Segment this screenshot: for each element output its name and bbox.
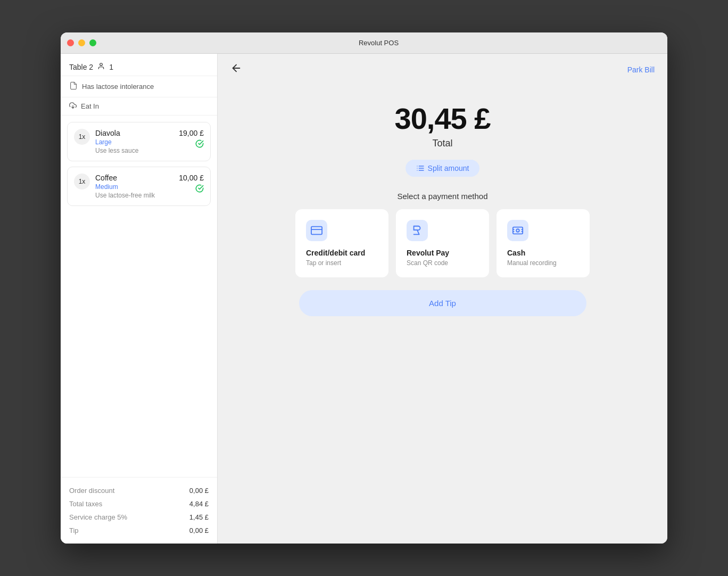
minimize-button[interactable] (78, 39, 85, 46)
eat-in-row: Eat In (61, 97, 217, 116)
payment-method-name: Credit/debit card (306, 249, 378, 257)
summary-row: Order discount 0,00 £ (69, 484, 209, 497)
payment-method-name: Revolut Pay (407, 249, 478, 257)
payment-methods: Credit/debit card Tap or insert Revolut … (228, 209, 657, 277)
table-info: Table 2 1 (69, 62, 209, 71)
item-note: Use less sauce (95, 147, 138, 154)
person-icon (97, 62, 105, 71)
notice-text: Has lactose intolerance (82, 83, 154, 90)
summary-label: Total taxes (69, 500, 102, 508)
back-button[interactable] (230, 62, 242, 77)
payment-method-sub: Manual recording (507, 259, 579, 267)
cash-icon (507, 220, 528, 241)
svg-rect-9 (311, 227, 322, 235)
item-name: Diavola (95, 129, 138, 137)
right-panel: Park Bill 30,45 £ Total Split amount (218, 54, 667, 544)
payment-method-sub: Scan QR code (407, 259, 478, 267)
item-price: 10,00 £ (179, 174, 204, 182)
summary-row: Service charge 5% 1,45 £ (69, 511, 209, 524)
add-tip-button[interactable]: Add Tip (299, 290, 586, 316)
summary-label: Tip (69, 526, 79, 534)
titlebar: Revolut POS (61, 32, 667, 54)
right-topbar: Park Bill (218, 54, 667, 85)
summary-label: Service charge 5% (69, 513, 127, 521)
svg-rect-11 (513, 227, 523, 234)
split-label: Split amount (428, 164, 469, 172)
total-amount: 30,45 £ (395, 101, 491, 136)
summary-value: 1,45 £ (189, 513, 209, 521)
left-header: Table 2 1 (61, 54, 217, 76)
item-variant: Medium (95, 183, 155, 191)
payment-area: 30,45 £ Total Split amount Select a paym… (218, 85, 667, 316)
park-bill-button[interactable]: Park Bill (627, 65, 655, 74)
payment-method-name: Cash (507, 249, 579, 257)
close-button[interactable] (67, 39, 74, 46)
item-qty: 1x (74, 174, 90, 190)
maximize-button[interactable] (89, 39, 96, 46)
summary-row: Total taxes 4,84 £ (69, 497, 209, 511)
order-items: 1x Diavola Large Use less sauce 19,00 £ (61, 116, 217, 477)
main-content: Table 2 1 Has (61, 54, 667, 544)
window-title: Revolut POS (96, 39, 661, 47)
payment-card-credit[interactable]: Credit/debit card Tap or insert (295, 209, 388, 277)
traffic-lights (67, 39, 96, 46)
item-note: Use lactose-free milk (95, 192, 155, 199)
payment-card-cash[interactable]: Cash Manual recording (497, 209, 590, 277)
summary-value: 0,00 £ (189, 526, 209, 534)
summary-label: Order discount (69, 487, 114, 495)
item-name: Coffee (95, 174, 155, 182)
summary-row: Tip 0,00 £ (69, 524, 209, 537)
order-summary: Order discount 0,00 £ Total taxes 4,84 £… (61, 477, 217, 544)
item-price: 19,00 £ (179, 129, 204, 137)
total-label: Total (432, 138, 452, 149)
payment-methods-title: Select a payment method (397, 192, 487, 201)
item-qty: 1x (74, 129, 90, 145)
summary-value: 4,84 £ (189, 500, 209, 508)
eat-in-icon (69, 102, 77, 111)
card-icon (306, 220, 327, 241)
check-icon (195, 139, 204, 150)
item-variant: Large (95, 138, 138, 146)
left-panel: Table 2 1 Has (61, 54, 218, 544)
check-icon (195, 184, 204, 195)
order-item[interactable]: 1x Diavola Large Use less sauce 19,00 £ (67, 122, 211, 161)
payment-card-revolut[interactable]: Revolut Pay Scan QR code (396, 209, 489, 277)
app-window: Revolut POS Table 2 1 (61, 32, 667, 544)
payment-method-sub: Tap or insert (306, 259, 378, 267)
summary-value: 0,00 £ (189, 487, 209, 495)
svg-point-0 (100, 63, 103, 66)
table-label: Table 2 (69, 63, 93, 71)
order-item[interactable]: 1x Coffee Medium Use lactose-free milk 1… (67, 167, 211, 206)
svg-point-12 (516, 229, 519, 232)
notice-icon (69, 81, 78, 92)
split-amount-button[interactable]: Split amount (406, 160, 480, 177)
revolut-icon (407, 220, 428, 241)
eat-in-label: Eat In (81, 102, 99, 110)
guest-count: 1 (109, 63, 113, 71)
notice-row: Has lactose intolerance (61, 76, 217, 97)
